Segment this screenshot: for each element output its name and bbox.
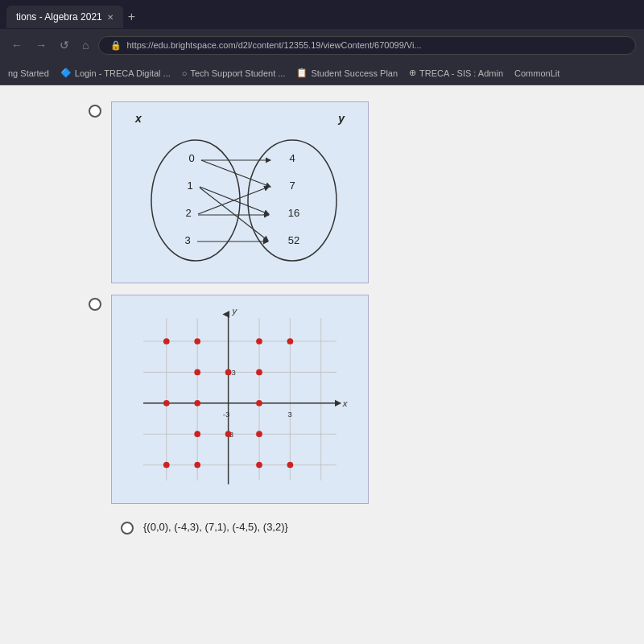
svg-point-46 xyxy=(194,431,200,437)
page-content: x y 0 1 2 3 4 7 16 52 xyxy=(0,85,644,644)
option-3-text: {(0,0), (-4,3), (7,1), (-4,5), (3,2)} xyxy=(143,521,288,533)
tab-bar: tions - Algebra 2021 ✕ + xyxy=(0,0,644,29)
svg-point-45 xyxy=(256,400,262,407)
svg-text:0: 0 xyxy=(188,152,194,164)
bookmark-commonlit[interactable]: CommonLit xyxy=(514,68,559,78)
svg-point-47 xyxy=(225,431,232,437)
lock-icon: 🔒 xyxy=(110,40,122,51)
svg-point-42 xyxy=(256,369,262,376)
svg-point-40 xyxy=(194,369,200,376)
address-bar-row: ← → ↺ ⌂ 🔒 https://edu.brightspace.com/d2… xyxy=(0,29,644,61)
mapping-svg: 0 1 2 3 4 7 16 52 xyxy=(135,128,345,273)
svg-point-52 xyxy=(287,462,294,469)
option-3-container: {(0,0), (-4,3), (7,1), (-4,5), (3,2)} xyxy=(89,518,555,535)
svg-point-36 xyxy=(163,338,170,345)
bookmark-icon: ⊕ xyxy=(409,68,416,78)
svg-point-43 xyxy=(163,400,170,407)
svg-point-48 xyxy=(256,431,262,437)
address-bar[interactable]: 🔒 https://edu.brightspace.com/d2l/conten… xyxy=(98,36,636,55)
browser-window: tions - Algebra 2021 ✕ + ← → ↺ ⌂ 🔒 https… xyxy=(0,0,644,85)
mapping-labels: x y xyxy=(135,112,345,125)
bookmark-getting-started[interactable]: ng Started xyxy=(8,68,49,78)
forward-button[interactable]: → xyxy=(32,37,50,53)
bookmark-tech-support[interactable]: ○ Tech Support Student ... xyxy=(182,68,286,78)
coordinate-graph: x y -3 3 3 -3 xyxy=(111,295,369,504)
bookmark-label: Tech Support Student ... xyxy=(190,68,285,78)
back-button[interactable]: ← xyxy=(8,37,26,53)
bookmarks-bar: ng Started 🔷 Login - TRECA Digital ... ○… xyxy=(0,61,644,85)
svg-text:3: 3 xyxy=(184,234,190,246)
svg-point-50 xyxy=(194,462,200,469)
home-button[interactable]: ⌂ xyxy=(79,37,92,53)
svg-text:x: x xyxy=(342,398,349,408)
option-2-radio[interactable] xyxy=(89,298,101,311)
svg-point-37 xyxy=(194,338,200,345)
bookmark-login-treca[interactable]: 🔷 Login - TRECA Digital ... xyxy=(60,68,171,78)
svg-point-41 xyxy=(225,369,232,376)
svg-point-0 xyxy=(151,140,240,261)
bookmark-icon: ○ xyxy=(182,68,188,78)
svg-text:y: y xyxy=(231,306,237,316)
x-label: x xyxy=(135,112,142,125)
tab-label: tions - Algebra 2021 xyxy=(16,11,102,23)
svg-text:-3: -3 xyxy=(223,410,230,419)
refresh-button[interactable]: ↺ xyxy=(56,37,72,53)
tab-close-button[interactable]: ✕ xyxy=(107,13,114,22)
svg-point-44 xyxy=(194,400,200,407)
bookmark-icon: 🔷 xyxy=(60,68,72,78)
option-2-container: x y -3 3 3 -3 xyxy=(89,295,555,504)
svg-text:52: 52 xyxy=(288,234,299,246)
svg-line-16 xyxy=(200,188,268,241)
svg-point-51 xyxy=(256,462,262,469)
option-1-radio[interactable] xyxy=(89,105,101,118)
bookmark-label: CommonLit xyxy=(514,68,559,78)
bookmark-treca-sis[interactable]: ⊕ TRECA - SIS : Admin xyxy=(409,68,503,78)
mapping-diagram: x y 0 1 2 3 4 7 16 52 xyxy=(111,101,369,283)
svg-text:7: 7 xyxy=(289,180,295,192)
svg-text:1: 1 xyxy=(187,180,192,192)
active-tab[interactable]: tions - Algebra 2021 ✕ xyxy=(6,6,123,28)
svg-text:3: 3 xyxy=(231,368,235,377)
bookmark-student-success[interactable]: 📋 Student Success Plan xyxy=(296,68,398,78)
option-1-container: x y 0 1 2 3 4 7 16 52 xyxy=(89,101,555,283)
y-label: y xyxy=(338,112,345,125)
bookmark-label: TRECA - SIS : Admin xyxy=(419,68,503,78)
svg-point-38 xyxy=(256,338,262,345)
bookmark-label: Login - TRECA Digital ... xyxy=(75,68,171,78)
svg-point-49 xyxy=(163,462,170,469)
svg-point-39 xyxy=(287,338,294,345)
url-text: https://edu.brightspace.com/d2l/content/… xyxy=(126,40,421,50)
svg-text:4: 4 xyxy=(289,152,295,164)
svg-text:16: 16 xyxy=(288,207,299,219)
svg-text:2: 2 xyxy=(185,207,191,219)
svg-line-11 xyxy=(201,160,270,187)
new-tab-button[interactable]: + xyxy=(123,10,140,24)
svg-text:3: 3 xyxy=(288,410,292,419)
bookmark-icon: 📋 xyxy=(296,68,308,78)
bookmark-label: Student Success Plan xyxy=(311,68,398,78)
option-3-radio[interactable] xyxy=(121,522,134,535)
bookmark-label: ng Started xyxy=(8,68,49,78)
